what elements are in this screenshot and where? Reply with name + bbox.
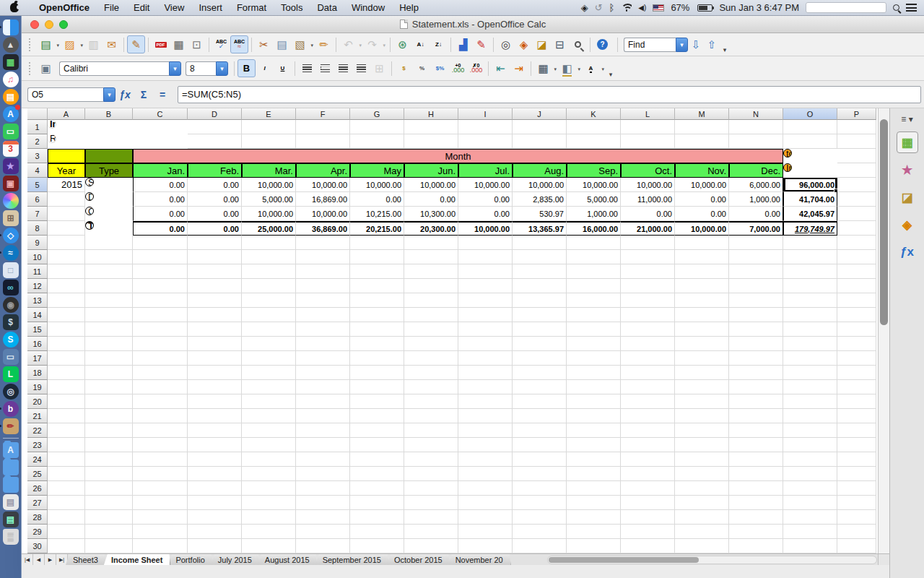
menu-help[interactable]: Help	[392, 2, 426, 13]
cell-J18[interactable]	[513, 366, 567, 380]
cell-N14[interactable]	[729, 308, 783, 322]
cell-M17[interactable]	[675, 351, 729, 366]
cell-F13[interactable]	[296, 293, 350, 308]
align-left-button[interactable]	[298, 59, 316, 77]
menu-openoffice[interactable]: OpenOffice	[32, 2, 97, 13]
dock-bittorrent-icon[interactable]: b	[3, 401, 19, 417]
number-format-percent-button[interactable]: %	[413, 59, 431, 77]
zoom-button[interactable]	[569, 35, 587, 53]
cell-E27[interactable]	[242, 496, 296, 510]
cell-E5[interactable]: 10,000.00	[242, 178, 296, 192]
cell-O4[interactable]: Income	[783, 163, 792, 172]
format-paintbrush-button[interactable]: ✏	[315, 35, 333, 53]
cell-E28[interactable]	[242, 510, 296, 525]
cell-O2[interactable]	[783, 134, 837, 149]
cell-A17[interactable]	[48, 351, 85, 366]
cell-O22[interactable]	[783, 423, 837, 438]
cell-G9[interactable]	[350, 236, 404, 250]
cell-A23[interactable]	[48, 438, 85, 452]
cell-E9[interactable]	[242, 236, 296, 250]
cell-C29[interactable]	[133, 525, 188, 539]
cell-J19[interactable]	[513, 380, 567, 394]
cell-B27[interactable]	[85, 496, 133, 510]
row-header-9[interactable]: 9	[27, 236, 48, 250]
cell-D11[interactable]	[188, 264, 242, 279]
cell-N26[interactable]	[729, 481, 783, 496]
add-decimal-place-button[interactable]: +0.000	[449, 59, 467, 77]
cell-I1[interactable]	[458, 120, 513, 134]
cell-O20[interactable]	[783, 394, 837, 409]
row-header-5[interactable]: 5	[27, 178, 48, 192]
dock-itunes-icon[interactable]: ♫	[3, 72, 19, 87]
cell-J13[interactable]	[513, 293, 567, 308]
cell-E23[interactable]	[242, 438, 296, 452]
cell-P16[interactable]	[837, 337, 876, 351]
cell-E30[interactable]	[242, 539, 296, 553]
dropbox-icon[interactable]: ◈	[581, 2, 588, 13]
cell-N4[interactable]: Dec.	[729, 163, 783, 178]
cell-J15[interactable]	[513, 322, 567, 337]
cell-H11[interactable]	[404, 264, 458, 279]
cell-M16[interactable]	[675, 337, 729, 351]
column-header-M[interactable]: M	[675, 108, 729, 120]
row-header-17[interactable]: 17	[27, 351, 48, 366]
cell-B8[interactable]: Total	[85, 221, 94, 230]
column-header-L[interactable]: L	[621, 108, 675, 120]
cell-O10[interactable]	[783, 250, 837, 264]
cell-O8[interactable]: 179,749.97	[783, 221, 837, 236]
cell-P19[interactable]	[837, 380, 876, 394]
font-size-dropdown-icon[interactable]: ▾	[216, 61, 228, 76]
keyboard-flag-icon[interactable]	[653, 4, 664, 12]
cell-G5[interactable]: 10,000.00	[350, 178, 404, 192]
cell-J20[interactable]	[513, 394, 567, 409]
cell-B25[interactable]	[85, 467, 133, 481]
dock-openoffice-icon[interactable]: ≈	[3, 245, 19, 261]
cell-G18[interactable]	[350, 366, 404, 380]
cell-I12[interactable]	[458, 279, 513, 293]
cell-M29[interactable]	[675, 525, 729, 539]
cell-B3[interactable]	[85, 149, 133, 163]
help-button[interactable]: ?	[593, 35, 611, 53]
cell-M27[interactable]	[675, 496, 729, 510]
cell-K19[interactable]	[567, 380, 621, 394]
row-header-28[interactable]: 28	[27, 510, 48, 525]
increase-indent-button[interactable]: ⇥	[510, 59, 528, 77]
delete-decimal-place-button[interactable]: ✗0.000	[467, 59, 485, 77]
find-replace-button[interactable]: ◎	[497, 35, 515, 53]
cell-E6[interactable]: 5,000.00	[242, 192, 296, 207]
sheet-tab-august-2015[interactable]: August 2015	[258, 554, 318, 565]
cell-B10[interactable]	[85, 250, 133, 264]
cell-D25[interactable]	[188, 467, 242, 481]
cell-I13[interactable]	[458, 293, 513, 308]
toolbar-handle[interactable]	[29, 62, 32, 75]
find-dropdown-icon[interactable]: ▾	[676, 38, 688, 52]
vertical-scrollbar-thumb[interactable]	[880, 119, 888, 325]
cell-K12[interactable]	[567, 279, 621, 293]
cell-P7[interactable]	[837, 207, 876, 221]
cell-E19[interactable]	[242, 380, 296, 394]
cell-G14[interactable]	[350, 308, 404, 322]
dock-documents-folder-icon[interactable]	[3, 460, 19, 475]
dock-finance-app-icon[interactable]: $	[3, 314, 19, 330]
cell-M19[interactable]	[675, 380, 729, 394]
cell-J23[interactable]	[513, 438, 567, 452]
cell-L25[interactable]	[621, 467, 675, 481]
cell-G26[interactable]	[350, 481, 404, 496]
cell-C25[interactable]	[133, 467, 188, 481]
cell-I8[interactable]: 10,000.00	[458, 221, 513, 236]
align-right-button[interactable]	[334, 59, 352, 77]
cell-N12[interactable]	[729, 279, 783, 293]
cell-I10[interactable]	[458, 250, 513, 264]
row-header-29[interactable]: 29	[27, 525, 48, 539]
cell-H18[interactable]	[404, 366, 458, 380]
cell-N7[interactable]: 0.00	[729, 207, 783, 221]
cell-D6[interactable]: 0.00	[188, 192, 242, 207]
cell-A6[interactable]	[48, 192, 85, 207]
cell-J29[interactable]	[513, 525, 567, 539]
cell-L5[interactable]: 10,000.00	[621, 178, 675, 192]
cell-M22[interactable]	[675, 423, 729, 438]
column-header-O[interactable]: O	[783, 108, 837, 120]
column-header-E[interactable]: E	[242, 108, 296, 120]
row-header-11[interactable]: 11	[27, 264, 48, 279]
sidebar-functions-button[interactable]: ƒx	[897, 241, 918, 263]
